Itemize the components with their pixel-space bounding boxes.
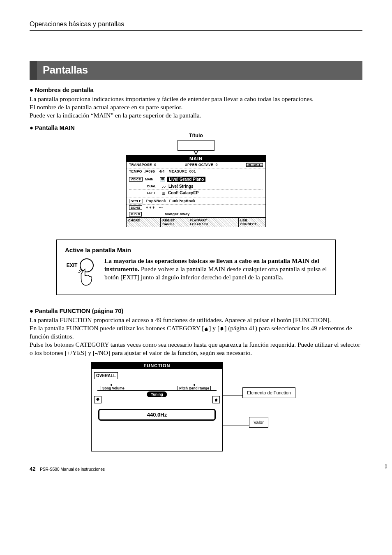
voice-badge: VOICE <box>129 177 143 182</box>
style-name: FunkPopRock <box>169 199 196 203</box>
doc-name: PSR-S500 Manual de instrucciones <box>40 467 105 472</box>
bottom-regist: REGISTBANK 1 <box>161 218 188 227</box>
subhead-pantalla-main: ●Pantalla MAIN <box>30 124 362 131</box>
song-badge: SONG <box>129 205 142 210</box>
section-bar-pantallas: Pantallas <box>30 61 362 80</box>
transpose-label: TRANSPOSE <box>129 163 152 167</box>
style-cat: Pop&Rock <box>146 199 166 203</box>
time-sig: 4/4 <box>159 169 164 173</box>
regist-badge: REGIST. <box>246 163 263 167</box>
voice-main-tag: MAIN <box>145 177 157 181</box>
transpose-value: 0 <box>154 163 156 167</box>
titulo-pointer-icon <box>194 151 198 155</box>
lcd-function-title: FUNCTION <box>92 362 222 369</box>
category-down-icon <box>219 327 224 332</box>
piano-icon: 🎹 <box>160 177 165 182</box>
subhead-nombres-text: Nombres de pantalla <box>35 87 94 93</box>
upper-octave-label: UPPER OCTAVE <box>184 163 213 167</box>
upper-octave-value: 0 <box>216 163 218 167</box>
side-page-code: 328 <box>384 464 388 469</box>
tempo-value: ♩=095 <box>144 169 155 173</box>
nombres-p2: El nombre de la pantalla actual aparece … <box>30 103 362 111</box>
callout-active-main: Active la pantalla Main EXIT La mayoría … <box>56 240 336 295</box>
titulo-label: Título <box>126 133 266 138</box>
category-up-button[interactable] <box>212 396 220 403</box>
bottom-usb: USBCONNECT <box>239 218 265 227</box>
header-rule <box>30 30 362 31</box>
subhead-nombres: ●Nombres de pantalla <box>30 86 362 93</box>
callout-text: La mayoría de las operaciones básicas se… <box>104 257 327 281</box>
voice-dual-tag: DUAL <box>147 184 159 188</box>
function-screen-figure: FUNCTION OVERALL Song Volume Pitch Bend … <box>30 362 362 451</box>
song-icon: ∗∗∗ <box>145 205 156 210</box>
measure-value: 001 <box>189 169 196 173</box>
titulo-callout-box <box>178 140 214 151</box>
leader-line-icon <box>222 421 251 429</box>
mdb-name: Manger Away <box>165 212 190 216</box>
page-footer: 42 PSR-S500 Manual de instrucciones <box>30 466 105 472</box>
mdb-badge: M.D.B <box>129 212 142 216</box>
voice-left-name: Cool! GalaxyEP <box>168 191 198 195</box>
strings-icon: ♪♪ <box>162 184 166 189</box>
voice-left-tag: LEFT <box>147 191 159 195</box>
lcd-main: MAIN TRANSPOSE 0 UPPER OCTAVE 0 REGIST. … <box>126 155 266 227</box>
song-name: --- <box>159 205 163 210</box>
category-up-icon <box>204 327 209 332</box>
function-p3: Pulse los botones CATEGORY tantas veces … <box>30 341 362 357</box>
keyboard-icon: ▥ <box>162 191 166 195</box>
nombres-p3: Puede ver la indicación “MAIN” en la par… <box>30 111 362 120</box>
lcd-function: FUNCTION OVERALL Song Volume Pitch Bend … <box>91 362 223 451</box>
bottom-chord: CHORD <box>127 218 161 227</box>
voice-dual-name: Live! Strings <box>168 184 194 189</box>
bottom-bank: BANK 1 <box>162 222 175 226</box>
page-header-title: Operaciones básicas y pantallas <box>30 21 124 28</box>
overall-box: OVERALL <box>94 372 118 379</box>
lcd-main-title: MAIN <box>127 155 265 162</box>
subhead-function: ●Pantalla FUNCTION (página 70) <box>30 307 362 314</box>
measure-label: MEASURE <box>169 169 187 173</box>
slider-selected: Tuning <box>147 391 167 397</box>
style-badge: STYLE <box>129 199 143 203</box>
voice-main-name: Live! Grand Piano <box>167 177 206 182</box>
hand-press-icon <box>76 268 95 287</box>
callout-elemento: Elemento de Function <box>242 387 295 398</box>
nombres-p1: La pantalla proporciona indicaciones imp… <box>30 95 362 103</box>
subhead-pantalla-main-text: Pantalla MAIN <box>35 124 75 131</box>
bullet-icon: ● <box>30 307 33 314</box>
function-item-slider: Song Volume Pitch Bend Range Tuning <box>95 381 219 396</box>
bullet-icon: ● <box>30 124 33 131</box>
category-down-button[interactable] <box>94 396 101 403</box>
page-number: 42 <box>30 466 35 472</box>
exit-label: EXIT <box>67 263 78 268</box>
bottom-nums: 1 2 3 4 5 6 7 8 <box>190 223 208 226</box>
bottom-playpart: PLAYPART1 2 3 4 5 6 7 8 <box>188 218 239 227</box>
bottom-connect: CONNECT <box>240 222 257 226</box>
function-p2: En la pantalla FUNCTION puede utilizar l… <box>30 324 362 341</box>
subhead-function-text: Pantalla FUNCTION (página 70) <box>35 308 123 314</box>
main-screen-figure: Título MAIN TRANSPOSE 0 UPPER OCTAVE 0 R… <box>126 133 266 227</box>
callout-title: Active la pantalla Main <box>65 246 327 253</box>
function-p1: La pantalla FUNCTION proporciona el acce… <box>30 316 362 324</box>
function-value: 440.0Hz <box>98 409 216 421</box>
tempo-label: TEMPO <box>129 169 142 173</box>
bullet-icon: ● <box>30 86 33 93</box>
callout-valor: Valor <box>249 417 268 428</box>
